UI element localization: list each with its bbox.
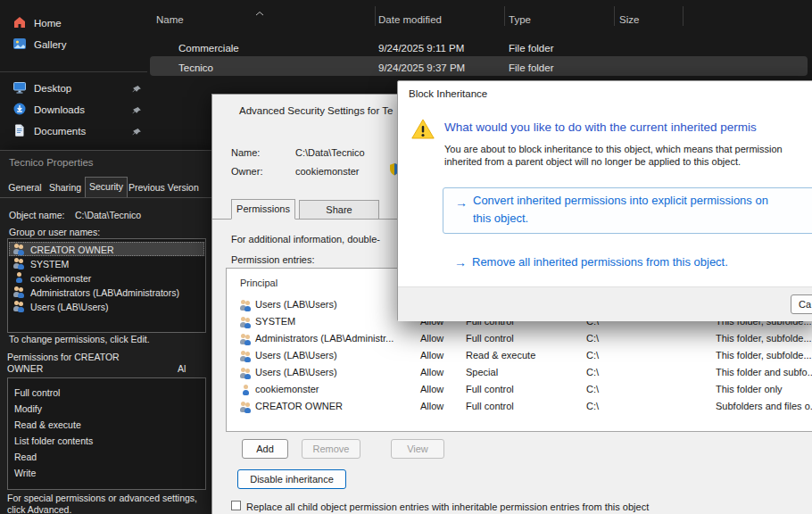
dialog-title: Tecnico Properties [9,158,94,169]
column-header-name[interactable]: Name [156,15,184,26]
permission-item[interactable]: Modify [14,404,42,414]
permission-item[interactable]: List folder contents [14,436,93,446]
sidebar-item-label: Gallery [34,40,66,51]
cell-principal: cookiemonster [255,385,319,394]
user-icon [239,385,253,396]
arrow-right-icon: → [455,196,468,209]
cell-principal: Administrators (LAB\Administr... [255,334,394,344]
sidebar-item-documents[interactable]: Documents [7,121,141,141]
cell-applies-to: This folder only [716,385,783,394]
arrow-right-icon: → [454,256,467,269]
column-divider[interactable] [683,6,684,26]
file-row-tecnico-selected[interactable]: Tecnico 9/24/2025 9:37 PM File folder [150,56,808,76]
sidebar-divider [0,71,147,72]
group-icon [239,317,253,328]
file-row-commerciale[interactable]: Commerciale 9/24/2025 9:11 PM File folde… [150,37,808,56]
tab-permissions[interactable]: Permissions [231,199,295,220]
sidebar-item-gallery[interactable]: Gallery [7,35,141,54]
table-row[interactable]: CREATOR OWNER Allow Full control C:\ Sub… [228,399,812,415]
sort-ascending-icon [255,4,264,20]
group-icon [239,368,253,379]
table-header-principal[interactable]: Principal [240,278,278,288]
column-divider[interactable] [614,6,615,26]
cell-principal: Users (LAB\Users) [255,368,337,377]
sidebar-item-desktop[interactable]: Desktop [7,79,141,98]
sidebar-item-label: Desktop [34,84,71,95]
column-header-size[interactable]: Size [619,15,639,26]
convert-permissions-command-link[interactable]: → Convert inherited permissions into exp… [443,187,812,234]
column-header-type[interactable]: Type [509,15,531,26]
group-icon [239,300,253,311]
cell-applies-to: This folder, subfolde... [716,334,812,344]
user-icon [12,272,26,284]
tab-share[interactable]: Share [299,200,379,220]
home-icon [12,15,27,33]
replace-permissions-label: Replace all child object permission entr… [246,502,649,512]
cell-access: Special [466,368,498,377]
cell-access: Read & execute [466,351,535,361]
cell-type: Allow [420,351,443,361]
permissions-for-label-line1: Permissions for CREATOR [7,352,120,362]
additional-info-note: For additional information, double- [231,235,380,245]
desktop-icon [12,80,27,98]
permission-item[interactable]: Full control [14,388,60,398]
tab-security[interactable]: Security [85,177,128,197]
object-name-label: Object name: [9,211,64,220]
tab-sharing[interactable]: Sharing [46,178,85,197]
group-icon [12,244,26,255]
list-item-administrators[interactable]: Administrators (LAB\Administrators) [9,285,204,299]
cancel-button[interactable]: Ca [791,294,812,314]
sidebar-item-home[interactable]: Home [7,13,141,33]
tab-general[interactable]: General [5,178,45,197]
principal-name: Users (LAB\Users) [30,303,109,312]
gallery-icon [12,37,27,54]
table-row[interactable]: Users (LAB\Users) Allow Read & execute C… [228,348,812,364]
list-item-creator-owner[interactable]: CREATOR OWNER [9,242,204,256]
command-link-text: Remove all inherited permissions from th… [472,253,728,271]
allow-column-header: Al [178,364,186,374]
view-button: View [391,439,444,459]
disable-inheritance-button[interactable]: Disable inheritance [237,469,346,489]
table-row[interactable]: cookiemonster Allow Full control C:\ Thi… [228,382,812,398]
column-divider[interactable] [375,6,376,26]
column-divider[interactable] [504,6,505,26]
cell-access: Full control [466,334,514,344]
file-type: File folder [509,63,554,74]
add-button[interactable]: Add [242,439,288,459]
warning-icon [410,118,435,144]
owner-value: cookiemonster [295,167,360,177]
body-text-line1: You are about to block inheritance to th… [444,145,783,154]
sidebar-item-downloads[interactable]: Downloads [7,100,141,120]
column-header-date-modified[interactable]: Date modified [378,15,442,26]
task-dialog-heading: What would you like to do with the curre… [444,121,757,134]
file-date-modified: 9/24/2025 9:11 PM [378,44,464,54]
tab-previous-versions[interactable]: Previous Version [128,178,211,197]
table-row[interactable]: Users (LAB\Users) Allow Special C:\ This… [228,365,812,381]
owner-label: Owner: [231,167,262,177]
permission-item[interactable]: Read & execute [14,420,81,430]
list-item-cookiemonster[interactable]: cookiemonster [9,270,204,285]
permission-item[interactable]: Write [14,468,36,478]
file-list-header: Name Date modified Type Size [147,0,812,32]
explorer-sidebar: Home Gallery Desktop [0,0,147,150]
cell-applies-to: Subfolders and files o... [716,402,812,411]
cell-principal: Users (LAB\Users) [255,351,337,361]
command-link-text-line2: this object. [473,210,528,228]
cell-inherited-from: C:\ [586,351,599,361]
group-user-names-label: Group or user names: [9,228,100,237]
permission-item[interactable]: Read [14,452,37,462]
tab-strip-line [0,197,211,198]
list-item-users[interactable]: Users (LAB\Users) [9,299,204,313]
remove-permissions-command-link[interactable]: → Remove all inherited permissions from … [443,251,812,274]
cell-inherited-from: C:\ [586,402,599,411]
group-icon [12,301,26,312]
replace-permissions-checkbox[interactable] [231,501,241,510]
cell-access: Full control [466,385,514,394]
permissions-for-label-line2: OWNER [7,364,43,374]
principal-name: Administrators (LAB\Administrators) [30,288,179,298]
table-row[interactable]: Administrators (LAB\Administr... Allow F… [228,331,812,347]
cell-principal: Users (LAB\Users) [255,300,337,310]
list-item-system[interactable]: SYSTEM [9,256,204,270]
cell-inherited-from: C:\ [586,385,599,394]
principal-name: cookiemonster [30,274,91,284]
